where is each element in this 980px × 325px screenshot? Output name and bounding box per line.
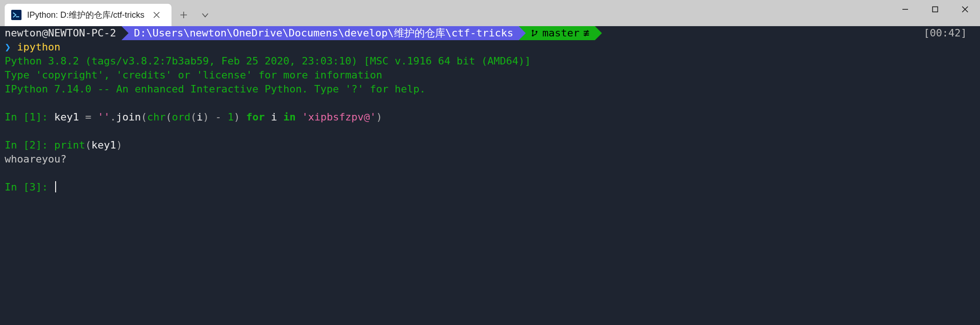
cursor <box>55 181 56 192</box>
git-branch-name: master <box>542 26 579 40</box>
blank-line <box>0 166 980 180</box>
git-status-icon: ≢ <box>583 26 589 40</box>
pl-separator-icon <box>595 26 602 40</box>
ipython-out-2: whoareyou? <box>0 152 980 166</box>
tab-close-button[interactable] <box>150 8 163 21</box>
shell-prompt-symbol: ❯ <box>5 41 11 53</box>
python-banner-line: Python 3.8.2 (tags/v3.8.2:7b3ab59, Feb 2… <box>0 54 980 68</box>
pl-separator-icon <box>122 26 129 40</box>
powerline-prompt: newton@NEWTON-PC-2 D:\Users\newton\OneDr… <box>0 26 980 40</box>
window-titlebar: IPython: D:维护的仓库/ctf-tricks <box>0 0 980 26</box>
pl-segment-time: [00:42] <box>923 26 980 40</box>
svg-point-3 <box>532 35 534 36</box>
blank-line <box>0 124 980 138</box>
tab-title: IPython: D:维护的仓库/ctf-tricks <box>27 9 144 21</box>
terminal-body[interactable]: newton@NEWTON-PC-2 D:\Users\newton\OneDr… <box>0 26 980 194</box>
tab-dropdown-button[interactable] <box>196 6 215 24</box>
ipython-in-3: In [3]: <box>0 180 980 194</box>
in-prompt: In [1]: <box>5 111 54 123</box>
pl-segment-git: master ≢ <box>519 26 595 40</box>
pl-segment-host: newton@NEWTON-PC-2 <box>5 26 122 40</box>
in-prompt: In [2]: <box>5 139 54 151</box>
window-controls <box>890 0 980 26</box>
shell-command: ipython <box>17 41 61 53</box>
ipython-in-1: In [1]: key1 = ''.join(chr(ord(i) - 1) f… <box>0 110 980 124</box>
minimize-button[interactable] <box>890 0 920 19</box>
powershell-icon <box>11 10 21 20</box>
pl-separator-icon <box>519 26 526 40</box>
blank-line <box>0 96 980 110</box>
python-banner-line: IPython 7.14.0 -- An enhanced Interactiv… <box>0 82 980 96</box>
python-banner-line: Type 'copyright', 'credits' or 'license'… <box>0 68 980 82</box>
svg-point-4 <box>536 31 537 33</box>
tab-active[interactable]: IPython: D:维护的仓库/ctf-tricks <box>5 4 172 26</box>
svg-rect-1 <box>933 7 938 12</box>
new-tab-button[interactable] <box>174 6 193 24</box>
ipython-in-2: In [2]: print(key1) <box>0 138 980 152</box>
close-window-button[interactable] <box>950 0 980 19</box>
in-prompt: In [3]: <box>5 181 54 193</box>
pl-segment-path: D:\Users\newton\OneDrive\Documens\develo… <box>122 26 519 40</box>
svg-point-2 <box>532 30 534 32</box>
git-branch-icon <box>531 29 538 37</box>
maximize-button[interactable] <box>920 0 950 19</box>
shell-line: ❯ ipython <box>0 40 980 54</box>
